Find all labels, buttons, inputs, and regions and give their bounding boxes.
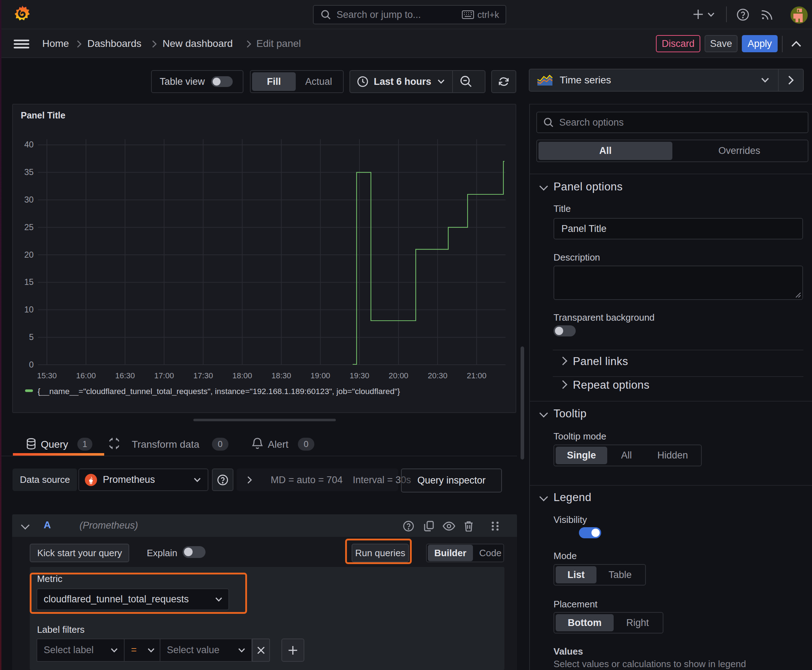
svg-text:21:00: 21:00 (467, 371, 487, 380)
svg-text:20:00: 20:00 (389, 371, 409, 380)
svg-text:19:00: 19:00 (310, 371, 330, 380)
svg-text:5: 5 (29, 333, 34, 342)
svg-text:{__name__="cloudflared_tunnel_: {__name__="cloudflared_tunnel_total_requ… (37, 387, 400, 396)
svg-text:20:30: 20:30 (428, 371, 448, 380)
svg-text:40: 40 (24, 140, 34, 149)
svg-text:17:30: 17:30 (193, 371, 213, 380)
svg-text:16:00: 16:00 (76, 371, 96, 380)
svg-text:19:30: 19:30 (349, 371, 369, 380)
svg-text:25: 25 (24, 223, 34, 232)
svg-text:0: 0 (29, 360, 34, 369)
svg-text:30: 30 (24, 195, 34, 205)
svg-text:18:00: 18:00 (232, 371, 252, 380)
svg-text:16:30: 16:30 (115, 371, 135, 380)
svg-text:15: 15 (24, 277, 34, 287)
svg-text:18:30: 18:30 (271, 371, 291, 380)
svg-text:35: 35 (24, 168, 34, 177)
svg-text:15:30: 15:30 (37, 371, 57, 380)
svg-text:20: 20 (24, 250, 34, 259)
svg-text:17:00: 17:00 (154, 371, 174, 380)
svg-text:10: 10 (24, 305, 34, 314)
